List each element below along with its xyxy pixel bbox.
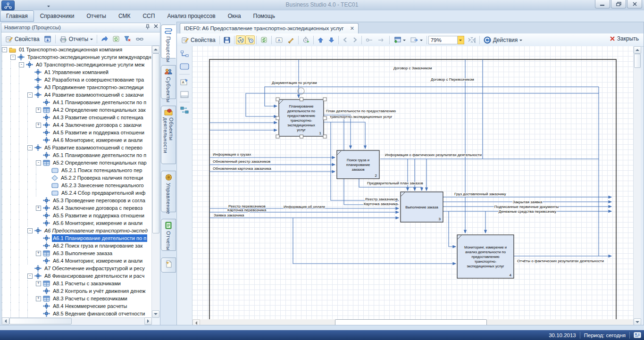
side-tab-Процессы[interactable]: Процессы — [161, 25, 176, 58]
frame-tool[interactable] — [179, 89, 190, 100]
tree-item[interactable]: А8.5 Ведение финансовой отчетности — [2, 310, 152, 317]
side-tab-Управление[interactable]: Управление — [161, 171, 176, 212]
tree-item[interactable]: А5.2.3 Занесение потенциального — [2, 182, 152, 189]
tree-item[interactable]: А3 Продвижение транспортно-экспедици — [2, 83, 152, 91]
tree-item[interactable]: А5.5 Развитие и поддержка отношени — [2, 212, 152, 219]
tree-expander[interactable]: - — [36, 160, 41, 166]
fit-page-button[interactable] — [466, 36, 478, 44]
tree-item[interactable]: +А8.3 Расчеты с перевозчиками — [2, 295, 152, 302]
menu-tab-Главная[interactable]: Главная — [0, 10, 34, 22]
tree-item[interactable]: А6.4 Мониторинг, измерение и анали — [2, 257, 152, 265]
arrow-label[interactable]: Документация по услугам — [272, 81, 317, 85]
arrow-label[interactable]: Обновленная карточка заказчика — [213, 166, 271, 171]
nav-properties-button[interactable]: Свойства — [3, 35, 42, 43]
tree-item[interactable]: А6.1 Планирование деятельности по п — [2, 234, 152, 242]
tree-expander[interactable]: + — [36, 296, 41, 301]
tree-item[interactable]: А1 Управление компанией — [2, 68, 152, 76]
text-image-tool[interactable]: A — [179, 76, 190, 88]
text-settings-button[interactable]: A — [273, 36, 285, 44]
arrow-label[interactable]: транспортно-экспедиционных услуг — [330, 115, 393, 119]
tree-item[interactable]: А5.2.1 Поиск потенциального пер — [2, 166, 152, 174]
arrow-label[interactable]: Информация об оплате — [284, 205, 326, 209]
nav-link-button[interactable] — [134, 36, 146, 42]
tree-expander[interactable]: + — [36, 251, 41, 256]
arrow-label[interactable]: План деятельности по предоставлению — [326, 109, 396, 113]
status-details-icon[interactable] — [634, 332, 641, 338]
arrow-label[interactable]: Подписанные первичные документы — [494, 205, 559, 209]
tree-expander[interactable]: - — [19, 62, 24, 67]
pin-icon[interactable] — [145, 24, 150, 29]
menu-tab-Отчеты[interactable]: Отчеты — [80, 10, 112, 21]
diagram-canvas[interactable]: Планированиедеятельности попредоставлени… — [192, 46, 633, 319]
menu-tab-Окна[interactable]: Окна — [222, 10, 247, 21]
arrow-label[interactable]: Отчёты о фактических результатах деятель… — [517, 259, 604, 263]
arrow-label[interactable]: Обновленный реестр заказчиков — [213, 159, 270, 164]
tree-item[interactable]: -А0 Транспортно-экспедиционные услуги ме… — [2, 61, 152, 68]
tree-item[interactable]: А7 Обеспечение инфраструктурой и ресу — [2, 265, 152, 272]
actions-button[interactable]: Действия — [481, 35, 525, 45]
selection-handle[interactable] — [276, 98, 279, 101]
arrow-label[interactable]: Груз доставленный заказчику — [454, 192, 506, 196]
canvas-vertical-scrollbar[interactable] — [633, 46, 641, 326]
tree-expander[interactable]: + — [36, 108, 41, 113]
tree-item[interactable]: А8.2 Контроль и учёт движения денеж — [2, 287, 152, 295]
simulation-button[interactable] — [300, 35, 312, 44]
idef0-block-4[interactable]: Мониторинг, измерение ианализ деятельнос… — [457, 235, 514, 278]
menu-tab-Справочники[interactable]: Справочники — [34, 10, 81, 21]
tree-item[interactable]: А5.6 Мониторинг, измерение и анали — [2, 219, 152, 227]
nav-filter-clear-button[interactable] — [122, 35, 134, 43]
save-button[interactable] — [221, 36, 233, 44]
move-up-button[interactable] — [315, 36, 326, 44]
tree-item[interactable]: А8.4 Некоммерческие расчеты — [2, 302, 152, 310]
tree-item[interactable]: -А8 Финансирование деятельности и расч — [2, 272, 152, 280]
arrow-label[interactable]: Карточка заказчика — [364, 202, 398, 206]
tree-item[interactable]: -01 Транспортно-экспедиционная компания — [2, 46, 152, 53]
restore-button[interactable] — [611, 0, 626, 8]
tree-expander[interactable]: - — [10, 55, 16, 60]
side-tab-Субъекты[interactable]: Субъекты — [161, 65, 176, 99]
back-button[interactable] — [340, 36, 350, 43]
tree-item[interactable]: +А8.1 Расчеты с заказчиками — [2, 280, 152, 287]
close-window-button[interactable] — [627, 0, 642, 8]
tree-item[interactable]: А5.3 Проведение переговоров и согла — [2, 197, 152, 204]
flow-arrow[interactable] — [324, 115, 351, 149]
side-tab-Отчеты[interactable]: Отчеты — [161, 219, 176, 251]
selection-handle[interactable] — [323, 135, 326, 138]
arrow-label[interactable]: Закрытая заявка — [513, 200, 543, 204]
tree-expander[interactable]: - — [27, 145, 33, 150]
flow-arrow[interactable] — [293, 218, 456, 264]
tree-item[interactable]: -А5 Развитие взаимоотношений с перево — [2, 144, 152, 151]
block-tool[interactable] — [179, 61, 190, 72]
arrow-label[interactable]: Денежные средства перевозчику — [499, 209, 557, 214]
tree-expander[interactable]: + — [36, 281, 41, 286]
selection-handle[interactable] — [276, 135, 279, 138]
idef0-block-1[interactable]: Планированиедеятельности попредоставлени… — [276, 98, 326, 138]
zoom-dropdown-button[interactable] — [458, 36, 464, 44]
tree-expander[interactable]: - — [27, 228, 33, 233]
interface-tool[interactable] — [179, 104, 190, 116]
tree-expander[interactable]: - — [27, 274, 33, 279]
connector-tool[interactable] — [179, 49, 190, 60]
tree-item[interactable]: -А5.2 Определение потенциальных пар — [2, 159, 152, 166]
arrow-label[interactable]: Заявка заказчика — [214, 213, 244, 217]
forward-button[interactable] — [350, 36, 360, 43]
tree-expander[interactable]: - — [27, 92, 33, 98]
tree-expander[interactable]: + — [36, 123, 41, 128]
tree-expander[interactable]: + — [36, 206, 41, 211]
tree-item[interactable]: -А6 Предоставление транспортно-экспед — [2, 227, 152, 234]
tree-item[interactable]: -А4 Развитие взаимоотношений с заказчи — [2, 91, 152, 99]
menu-tab-СМК[interactable]: СМК — [112, 10, 137, 21]
tree-item[interactable]: А2 Разработка и совершенствование тра — [2, 76, 152, 83]
nav-window-button[interactable] — [42, 35, 54, 43]
arrow-label[interactable]: Договор с Перевозчиком — [431, 77, 474, 82]
tree-item[interactable]: +А4.2 Определение потенциальных зак — [2, 106, 152, 114]
window-mode-button[interactable] — [391, 36, 408, 44]
go-parent-button[interactable] — [363, 37, 376, 43]
nav-goto-button[interactable] — [99, 35, 110, 43]
menu-tab-ССП[interactable]: ССП — [136, 10, 161, 21]
selection-handle[interactable] — [323, 116, 326, 120]
selection-handle[interactable] — [300, 98, 303, 101]
nav-refresh-button[interactable] — [110, 35, 122, 43]
menu-tab-Помощь[interactable]: Помощь — [247, 10, 281, 21]
idef0-block-2[interactable]: Поиск груза ипланированиезаказов2 — [337, 150, 379, 179]
